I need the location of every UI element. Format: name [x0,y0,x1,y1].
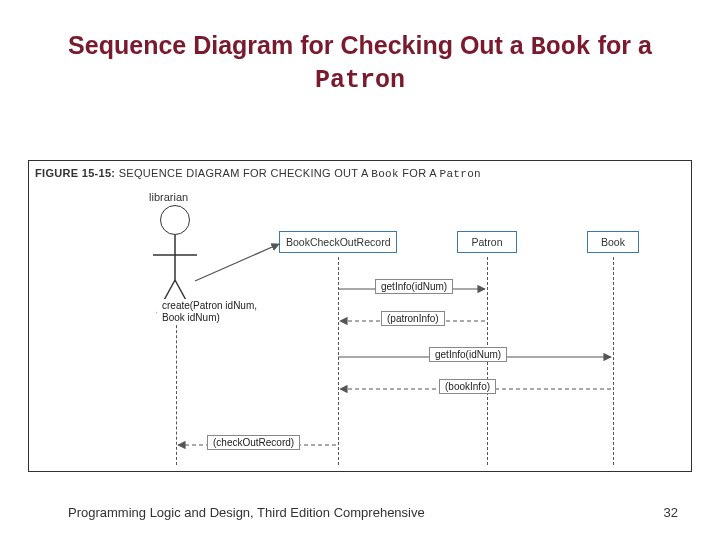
figure-cap-plain2: FOR A [399,167,440,179]
svg-line-4 [195,244,279,281]
figure-caption: FIGURE 15-15: SEQUENCE DIAGRAM FOR CHECK… [35,167,481,180]
object-book-checkout-record: BookCheckOutRecord [279,231,397,253]
object-patron: Patron [457,231,517,253]
object-book: Book [587,231,639,253]
lifeline-bcr [338,257,339,465]
msg-getinfo-book: getInfo(idNum) [429,347,507,362]
sequence-diagram-figure: FIGURE 15-15: SEQUENCE DIAGRAM FOR CHECK… [28,160,692,472]
footer-text: Programming Logic and Design, Third Edit… [68,505,425,520]
figure-cap-plain1: SEQUENCE DIAGRAM FOR CHECKING OUT A [115,167,371,179]
actor-label: librarian [149,191,188,203]
figure-cap-patron: Patron [440,168,481,180]
msg-checkout-record: (checkOutRecord) [207,435,300,450]
figure-label: FIGURE 15-15: [35,167,115,179]
title-patron: Patron [315,66,405,95]
slide-title: Sequence Diagram for Checking Out a Book… [0,0,720,103]
lifeline-book [613,257,614,465]
title-book: Book [531,33,591,62]
title-mid: for a [591,31,652,59]
title-prefix: Sequence Diagram for Checking Out a [68,31,531,59]
msg-create: create(Patron idNum, Book idNum) [157,299,262,324]
msg-patroninfo: (patronInfo) [381,311,445,326]
msg-getinfo-patron: getInfo(idNum) [375,279,453,294]
page-number: 32 [664,505,678,520]
message-arrows [29,161,693,473]
msg-bookinfo: (bookInfo) [439,379,496,394]
figure-cap-book: Book [371,168,399,180]
lifeline-librarian [176,315,177,465]
